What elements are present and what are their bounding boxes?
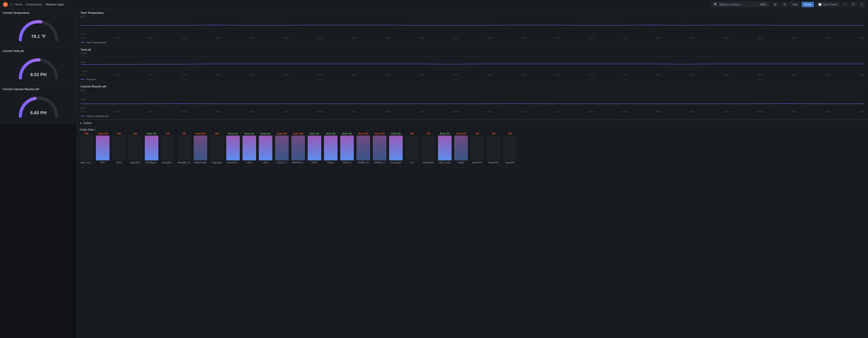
outlet-item[interactable]: Auto OffATO <box>95 132 111 164</box>
tank-ph-gauge-svg: 8.02 PH <box>16 55 61 80</box>
outlet-item[interactable]: OffjebaoPH1 <box>470 132 485 164</box>
outlet-item[interactable]: Auto OnRODI <box>307 132 322 164</box>
svg-text:G: G <box>4 3 6 6</box>
tank-ph-legend: Tank pH <box>81 78 864 81</box>
temperature-title: Current Temperature <box>3 11 74 14</box>
favorite-icon[interactable]: ☆ <box>65 3 68 6</box>
outlet-state-badge: Auto Off <box>456 132 466 135</box>
outlet-item[interactable]: OffWhiteLEDs <box>421 132 436 164</box>
svg-text:78.1 °F: 78.1 °F <box>31 34 46 39</box>
outlet-item[interactable]: Auto OnLED1 <box>242 132 257 164</box>
outlet-state-badge: Off <box>85 132 88 135</box>
outlet-item[interactable]: Auto OffSndAlm_I6 <box>355 132 371 164</box>
outlet-bar <box>96 136 110 160</box>
outlet-bar <box>422 136 435 160</box>
outlet-state-badge: Off <box>215 132 219 135</box>
outlet-item[interactable]: Auto OffLinkA_8_1 <box>274 132 289 164</box>
right-panel: Tank Temperature 80 °F 75 °F 03:4504:000… <box>77 9 868 338</box>
left-panel: Current Temperature 78.1 °F <box>0 9 77 338</box>
outlet-item[interactable]: OffDosingPu... <box>160 132 176 164</box>
outlet-state-info-icon: ℹ <box>95 128 96 131</box>
outlet-name-label: ATO2 <box>116 161 122 164</box>
outlet-name-label: ATO <box>100 161 105 164</box>
tank-ph-chart-panel: Tank pH 8.5 pH 8 pH 7.5 pH 03:4504:0004 <box>77 46 868 83</box>
outlet-item[interactable]: OffATO2 <box>111 132 127 164</box>
outlet-item[interactable]: Auto OnLED2 <box>258 132 273 164</box>
ca-reactor-ph-gauge-container: 6.60 PH <box>3 92 74 120</box>
outlet-item[interactable]: OffFugeLight <box>209 132 224 164</box>
outlet-name-label: RODI <box>312 161 317 164</box>
outlet-bar <box>487 136 500 160</box>
refresh-dropdown-btn[interactable]: ▾ <box>859 2 865 7</box>
outlet-item[interactable]: OffstuckON <box>502 132 518 164</box>
tank-ph-title: Current Tank pH <box>3 49 24 53</box>
temperature-gauge-svg: 78.1 °F <box>16 17 61 42</box>
time-range-label: Last 6 hours <box>822 3 837 6</box>
dashboards-link[interactable]: Dashboards <box>26 3 42 6</box>
tank-temp-legend-line <box>81 42 85 43</box>
outlet-state-badge: Auto On <box>309 132 319 135</box>
tank-ph-chart-svg <box>81 52 864 72</box>
dashboard-icon-btn[interactable]: ⊞ <box>772 2 779 7</box>
outlet-name-label: EmailAlm_I5 <box>178 161 190 164</box>
refresh-btn[interactable]: ↺ <box>850 2 857 7</box>
tank-ph-menu-icon[interactable]: ⋮ <box>71 50 74 53</box>
outlet-bar <box>112 136 126 160</box>
search-bar[interactable]: 🔍 Search or jump to... ctrl+k <box>711 2 770 7</box>
ca-reactor-ph-gauge-svg: 6.60 PH <box>16 94 61 119</box>
outlet-state-badge: Auto Off <box>375 132 384 135</box>
ca-reactor-ph-chart-svg <box>81 89 864 109</box>
outlet-item[interactable]: Auto OffPelletFeed... <box>290 132 306 164</box>
outlet-bar <box>177 136 191 160</box>
outlet-bar <box>291 136 305 160</box>
outlet-name-label: heater <box>458 161 464 164</box>
outlet-bar <box>275 136 289 160</box>
outlet-state-badge: Auto On <box>147 132 156 135</box>
outlet-bar <box>128 136 142 160</box>
grafana-logo[interactable]: G <box>3 2 8 7</box>
add-btn[interactable]: Add <box>790 2 800 7</box>
tank-ph-x-labels: 03:4504:0004:1504:3004:4505:00 05:1505:3… <box>81 73 864 76</box>
ca-reactor-ph-chart-title: Calcium Reactor pH <box>81 85 864 88</box>
outlet-name-label: jebaoPH2 <box>489 161 499 164</box>
outlet-item[interactable]: Offapex_curr... <box>79 132 94 164</box>
outlet-item[interactable]: OffBlueLEDs <box>128 132 143 164</box>
outlet-item[interactable]: Auto Offheater <box>453 132 469 164</box>
outlet-state-badge: Auto On <box>440 132 450 135</box>
share-btn[interactable]: Share <box>802 2 814 7</box>
tank-temp-legend-label: Tank Temperature <box>86 41 106 44</box>
outlet-item[interactable]: Auto OnCO2Regul... <box>144 132 159 164</box>
settings-btn[interactable]: ⚙ <box>781 2 788 7</box>
outlet-state-badge: Off <box>475 132 479 135</box>
outlet-name-label: WhiteLEDs <box>423 161 434 164</box>
tank-ph-chart-title: Tank pH <box>81 48 864 51</box>
outlet-name-label: BlueLEDs <box>130 161 140 164</box>
outlet-item[interactable]: Auto OffFlakeFeeder <box>193 132 208 164</box>
tank-temp-x-labels: 03:4504:0004:1504:3004:4505:00 05:1505:3… <box>81 36 864 39</box>
outlet-item[interactable]: Auto OnKamoerPu... <box>225 132 241 164</box>
outlet-item[interactable]: OffEmailAlm_I5 <box>177 132 192 164</box>
outlet-item[interactable]: Auto OffSndWrn_I7 <box>372 132 387 164</box>
outlet-bar <box>324 136 338 160</box>
outlets-grid: Offapex_curr...Auto OffATOOffATO2OffBlue… <box>77 132 868 166</box>
home-link[interactable]: Home <box>14 3 22 6</box>
outlet-item[interactable]: OffUV <box>404 132 420 164</box>
outlet-item[interactable]: Auto OnSumpLight <box>388 132 404 164</box>
outlet-state-badge: Off <box>182 132 186 135</box>
outlets-header[interactable]: ▼ Outlets <box>77 120 868 127</box>
zoom-out-btn[interactable]: − <box>841 2 848 7</box>
outlet-item[interactable]: Auto OncaRX_recirc <box>437 132 453 164</box>
outlets-section: ▼ Outlets Outlet State ℹ Offapex_curr...… <box>77 120 868 338</box>
outlet-state-badge: Auto On <box>342 132 352 135</box>
outlet-state-badge: Auto On <box>228 132 238 135</box>
outlet-state-badge: Off <box>492 132 495 135</box>
breadcrumb: ☰ Home › Dashboards › Neptune Apex ☆ <box>10 2 709 6</box>
clock-icon: 🕐 <box>818 3 822 6</box>
outlets-chevron-icon: ▼ <box>80 122 82 125</box>
outlet-item[interactable]: Auto OnSkimmer <box>339 132 355 164</box>
outlet-item[interactable]: Auto OnReturn <box>323 132 338 164</box>
outlet-item[interactable]: OffjebaoPH2 <box>486 132 501 164</box>
hamburger-icon[interactable]: ☰ <box>10 2 13 6</box>
outlet-state-badge: Auto On <box>326 132 336 135</box>
time-range-btn[interactable]: 🕐 Last 6 hours <box>816 2 840 7</box>
